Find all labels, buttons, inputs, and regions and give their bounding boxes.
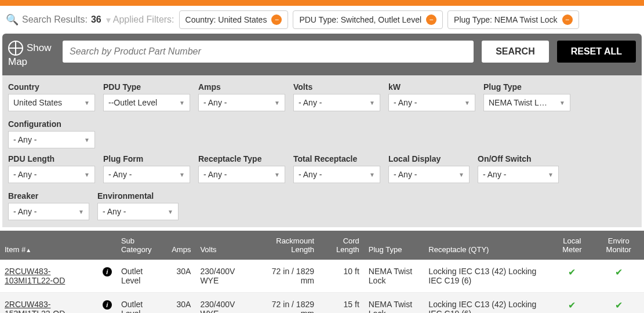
show-map-toggle[interactable]: Show Map	[8, 41, 54, 68]
cell-local: ✔	[551, 260, 593, 293]
filter-label: PDU Length	[8, 154, 95, 163]
filter-select[interactable]: - Any -▼	[97, 203, 179, 220]
search-icon: 🔍	[6, 13, 19, 26]
cell-subcat: Outlet Level	[117, 260, 167, 293]
filter-select[interactable]: - Any -▼	[8, 131, 95, 148]
cell-plug: NEMA Twist Lock	[364, 260, 424, 293]
chip-remove-icon[interactable]: −	[426, 14, 436, 25]
col-recept[interactable]: Receptacle (QTY)	[424, 231, 551, 260]
col-volts[interactable]: Volts	[195, 231, 254, 260]
chevron-down-icon: ▼	[84, 100, 90, 106]
filter-select[interactable]: - Any -▼	[8, 203, 89, 220]
filter-label: Plug Type	[483, 82, 570, 92]
table-row: 2RCUW483-153MI1TL22-ODiOutlet Level30A23…	[0, 293, 644, 313]
applied-filters-heading: ▾ Applied Filters:	[106, 14, 174, 26]
filters-panel: CountryUnited States▼PDU Type--Outlet Le…	[2, 75, 642, 227]
globe-icon	[8, 41, 23, 56]
filter-select[interactable]: - Any -▼	[388, 166, 470, 183]
filter-field: Amps- Any -▼	[198, 82, 285, 111]
chevron-down-icon: ▼	[369, 172, 375, 178]
check-icon: ✔	[615, 300, 623, 310]
chevron-down-icon: ▼	[369, 100, 375, 106]
chip-remove-icon[interactable]: −	[271, 14, 282, 25]
filter-field: Breaker- Any -▼	[8, 191, 89, 220]
cell-subcat: Outlet Level	[117, 293, 167, 313]
filter-value: - Any -	[203, 170, 227, 179]
cell-plug: NEMA Twist Lock	[364, 293, 424, 313]
chevron-down-icon: ▼	[459, 172, 464, 178]
check-icon: ✔	[568, 267, 576, 277]
col-item[interactable]: Item #▲	[0, 231, 98, 260]
cell-amps: 30A	[167, 260, 195, 293]
sort-asc-icon: ▲	[26, 247, 31, 253]
search-button[interactable]: SEARCH	[482, 41, 549, 63]
cell-local: ✔	[551, 293, 593, 313]
cell-volts: 230/400V WYE	[195, 260, 254, 293]
chevron-down-icon: ▼	[84, 137, 90, 143]
cell-amps: 30A	[167, 293, 195, 313]
filter-select[interactable]: - Any -▼	[388, 94, 475, 111]
filter-select[interactable]: - Any -▼	[478, 166, 559, 183]
item-link[interactable]: 2RCUW483-153MI1TL22-OD	[5, 300, 65, 313]
check-icon: ✔	[568, 300, 576, 310]
filter-select[interactable]: United States▼	[8, 94, 95, 111]
filter-field: PDU Length- Any -▼	[8, 154, 95, 183]
filter-select[interactable]: - Any -▼	[8, 166, 95, 183]
cell-cord: 15 ft	[319, 293, 364, 313]
part-number-input[interactable]	[63, 41, 474, 63]
table-row: 2RCUW483-103MI1TL22-ODiOutlet Level30A23…	[0, 260, 644, 293]
filter-select[interactable]: - Any -▼	[198, 94, 285, 111]
filter-label: Configuration	[8, 119, 95, 129]
filter-select[interactable]: - Any -▼	[293, 166, 380, 183]
filter-field: Environmental- Any -▼	[97, 191, 179, 220]
col-cord[interactable]: Cord Length	[319, 231, 364, 260]
filter-field: Volts- Any -▼	[293, 82, 380, 111]
filter-field: Receptacle Type- Any -▼	[198, 154, 285, 183]
filter-value: NEMA Twist L…	[489, 98, 547, 107]
info-icon[interactable]: i	[103, 267, 112, 276]
filter-select[interactable]: NEMA Twist L…▼	[483, 94, 570, 111]
info-icon[interactable]: i	[103, 300, 112, 310]
filter-chip: PDU Type: Switched, Outlet Level−	[293, 10, 443, 29]
filter-label: On/Off Switch	[478, 154, 559, 163]
chevron-down-icon: ▼	[179, 172, 185, 178]
reset-all-button[interactable]: RESET ALL	[557, 41, 636, 63]
col-rack[interactable]: Rackmount Length	[254, 231, 319, 260]
filter-value: --Outlet Level	[108, 98, 157, 107]
results-table: Item #▲ Sub Category Amps Volts Rackmoun…	[0, 231, 644, 313]
col-plug[interactable]: Plug Type	[364, 231, 424, 260]
filter-field: PDU Type--Outlet Level▼	[103, 82, 190, 111]
cell-recept: Locking IEC C13 (42) Locking IEC C19 (6)	[424, 293, 551, 313]
col-amps[interactable]: Amps	[167, 231, 195, 260]
filter-select[interactable]: - Any -▼	[103, 166, 190, 183]
filter-label: Plug Form	[103, 154, 190, 163]
filter-value: - Any -	[394, 170, 417, 179]
filter-select[interactable]: --Outlet Level▼	[103, 94, 190, 111]
filter-value: - Any -	[299, 98, 322, 107]
chevron-down-icon: ▼	[274, 100, 280, 106]
filter-label: kW	[388, 82, 475, 92]
filter-label: Receptacle Type	[198, 154, 285, 163]
col-enviro[interactable]: Enviro Monitor	[594, 231, 644, 260]
filter-value: - Any -	[394, 98, 417, 107]
cell-rack: 72 in / 1829 mm	[254, 260, 319, 293]
filter-select[interactable]: - Any -▼	[198, 166, 285, 183]
filter-chip-label: PDU Type: Switched, Outlet Level	[299, 15, 421, 24]
chevron-down-icon: ▼	[78, 209, 84, 215]
brand-accent-bar	[0, 0, 644, 6]
col-local[interactable]: Local Meter	[551, 231, 593, 260]
filter-select[interactable]: - Any -▼	[293, 94, 380, 111]
filter-chip: Plug Type: NEMA Twist Lock−	[447, 10, 578, 29]
chip-remove-icon[interactable]: −	[562, 14, 573, 25]
filter-field: Total Receptacle- Any -▼	[293, 154, 380, 183]
filter-value: United States	[13, 98, 62, 107]
cell-item: 2RCUW483-153MI1TL22-OD	[0, 293, 98, 313]
applied-filters-label: Applied Filters:	[113, 14, 174, 25]
col-subcat[interactable]: Sub Category	[117, 231, 167, 260]
item-link[interactable]: 2RCUW483-103MI1TL22-OD	[5, 267, 65, 285]
chevron-down-icon: ▼	[84, 172, 90, 178]
show-map-line2: Map	[8, 56, 54, 68]
cell-enviro: ✔	[594, 260, 644, 293]
filter-chip: Country: United States−	[179, 10, 289, 29]
search-results-count: 36	[91, 14, 101, 25]
